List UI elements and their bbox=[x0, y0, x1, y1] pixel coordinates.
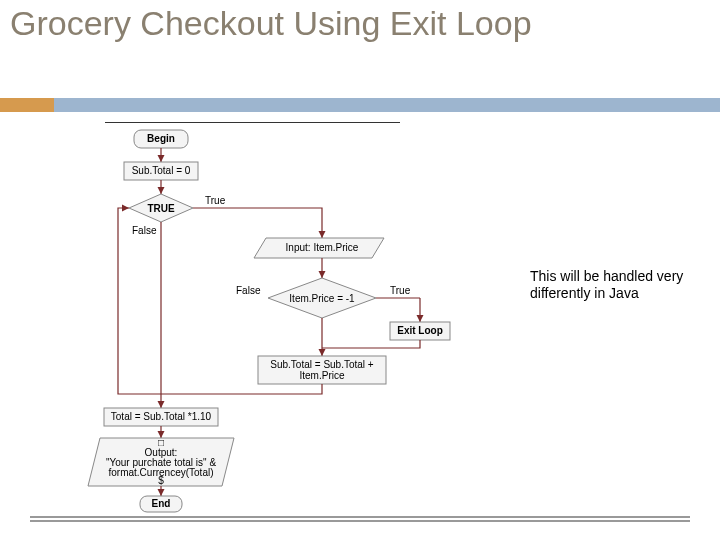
node-decision-label: Item.Price = -1 bbox=[289, 293, 355, 304]
loop-cond-false-label: False bbox=[132, 225, 157, 236]
node-begin-label: Begin bbox=[147, 133, 175, 144]
decision-true-label: True bbox=[390, 285, 411, 296]
node-init-label: Sub.Total = 0 bbox=[132, 165, 191, 176]
bottom-rule bbox=[30, 516, 690, 522]
page-title: Grocery Checkout Using Exit Loop bbox=[0, 0, 720, 43]
node-end-label: End bbox=[152, 498, 171, 509]
node-total-label: Total = Sub.Total *1.10 bbox=[111, 411, 212, 422]
node-accum-label-2: Item.Price bbox=[299, 370, 344, 381]
node-input-label: Input: Item.Price bbox=[286, 242, 359, 253]
svg-text:$: $ bbox=[158, 475, 164, 486]
flowchart: Begin Sub.Total = 0 TRUE True False Inpu… bbox=[0, 122, 720, 516]
title-underline-band bbox=[0, 98, 720, 112]
node-loop-cond-label: TRUE bbox=[147, 203, 175, 214]
loop-cond-true-label: True bbox=[205, 195, 226, 206]
node-exit-label: Exit Loop bbox=[397, 325, 443, 336]
node-accum-label-1: Sub.Total = Sub.Total + bbox=[270, 359, 374, 370]
side-note: This will be handled very differently in… bbox=[530, 268, 700, 302]
decision-false-label: False bbox=[236, 285, 261, 296]
